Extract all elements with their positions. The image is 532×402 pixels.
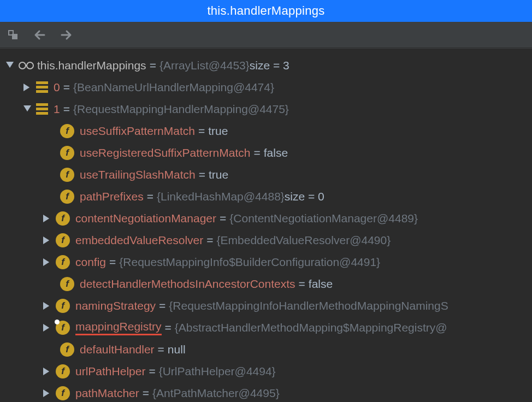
expand-toggle[interactable] [42,300,52,311]
field-key: mappingRegistry [75,320,162,335]
equals-sign: = [60,103,73,116]
field-icon [60,146,74,160]
expand-toggle[interactable] [42,257,52,268]
field-key: urlPathHelper [75,365,145,378]
expand-toggle[interactable] [4,60,15,71]
equals-sign: = [203,234,216,247]
field-useRegisteredSuffixPatternMatch[interactable]: useRegisteredSuffixPatternMatch = false [0,142,532,164]
watch-icon [19,60,34,71]
field-urlPathHelper[interactable]: urlPathHelper = {UrlPathHelper@4494} [0,360,532,382]
field-icon [56,233,70,247]
root-label: this.handlerMappings [37,59,146,72]
field-value: {RequestMappingInfoHandlerMethodMappingN… [169,299,448,312]
svg-point-3 [27,62,33,69]
field-icon [60,190,74,204]
field-icon [60,277,74,291]
expand-toggle[interactable] [42,388,52,399]
tree-root-row[interactable]: this.handlerMappings = {ArrayList@4453} … [0,55,532,76]
item-index: 0 [54,81,60,94]
field-value: {AntPathMatcher@4495} [152,387,280,400]
field-icon [56,255,70,269]
field-value: {RequestMappingInfo$BuilderConfiguration… [119,256,380,269]
field-pathMatcher[interactable]: pathMatcher = {AntPathMatcher@4495} [0,382,532,402]
root-extra: size = 3 [250,59,289,72]
array-element-icon [36,81,48,93]
field-value: {LinkedHashMap@4488} [157,190,285,203]
tree-row-item-1[interactable]: 1 = {RequestMappingHandlerMapping@4475} [0,98,532,120]
field-key: useTrailingSlashMatch [80,168,196,181]
field-useTrailingSlashMatch[interactable]: useTrailingSlashMatch = true [0,164,532,186]
variables-view-icon[interactable] [5,27,22,43]
equals-sign: = [139,387,152,400]
field-icon [56,299,70,313]
equals-sign: = [196,168,209,181]
tree-row-item-0[interactable]: 0 = {BeanNameUrlHandlerMapping@4474} [0,76,532,98]
back-button[interactable] [32,27,48,43]
equals-sign: = [250,146,263,159]
field-contentNegotiationManager[interactable]: contentNegotiationManager = {ContentNego… [0,208,532,229]
equals-sign: = [162,321,175,334]
field-icon [56,364,70,379]
equals-sign: = [146,59,159,72]
field-icon [60,124,74,138]
field-key: embeddedValueResolver [75,234,203,247]
svg-rect-1 [13,34,17,39]
field-key: pathMatcher [75,387,139,400]
field-value: false [309,277,333,291]
equals-sign: = [295,277,309,291]
equals-sign: = [155,343,168,356]
equals-sign: = [144,190,157,203]
expand-toggle[interactable] [42,366,52,377]
equals-sign: = [60,81,73,94]
field-icon [60,342,74,357]
field-config[interactable]: config = {RequestMappingInfo$BuilderConf… [0,251,532,273]
field-icon [60,168,74,182]
field-icon [56,211,70,226]
window-title: this.handlerMappings [0,0,532,22]
array-element-icon [36,103,48,115]
expand-toggle[interactable] [42,322,52,333]
equals-sign: = [216,212,229,225]
field-value: {AbstractHandlerMethodMapping$MappingReg… [175,321,447,334]
field-value: {UrlPathHelper@4494} [159,365,276,378]
field-embeddedValueResolver[interactable]: embeddedValueResolver = {EmbeddedValueRe… [0,229,532,251]
toolbar [0,22,532,48]
field-useSuffixPatternMatch[interactable]: useSuffixPatternMatch = true [0,120,532,142]
equals-sign: = [106,256,119,269]
field-key: useRegisteredSuffixPatternMatch [80,146,250,159]
field-key: detectHandlerMethodsInAncestorContexts [80,277,295,291]
expand-toggle[interactable] [42,235,52,246]
field-detectHandlerMethodsInAncestorContexts[interactable]: detectHandlerMethodsInAncestorContexts =… [0,273,532,295]
field-key: pathPrefixes [80,190,144,203]
item-value: {RequestMappingHandlerMapping@4475} [73,103,289,116]
field-pathPrefixes[interactable]: pathPrefixes = {LinkedHashMap@4488} size… [0,186,532,208]
field-namingStrategy[interactable]: namingStrategy = {RequestMappingInfoHand… [0,295,532,317]
field-value: null [168,343,186,356]
field-value: false [264,146,288,159]
root-value: {ArrayList@4453} [159,59,250,72]
field-key: contentNegotiationManager [75,212,216,225]
item-value: {BeanNameUrlHandlerMapping@4474} [73,81,274,94]
field-value: true [209,168,228,181]
field-extra: size = 0 [285,190,324,203]
forward-button[interactable] [58,27,74,43]
field-value: true [208,125,228,138]
field-icon [56,321,70,335]
field-value: {ContentNegotiationManager@4489} [229,212,418,225]
equals-sign: = [145,365,158,378]
expand-toggle[interactable] [42,213,52,224]
expand-toggle[interactable] [22,82,33,93]
field-icon [56,386,70,400]
field-key: config [75,256,106,269]
field-key: defaultHandler [80,343,155,356]
debug-tree: this.handlerMappings = {ArrayList@4453} … [0,48,532,402]
field-defaultHandler[interactable]: defaultHandler = null [0,339,532,360]
equals-sign: = [195,125,208,138]
expand-toggle[interactable] [22,104,33,115]
equals-sign: = [156,299,169,312]
field-mappingRegistry[interactable]: mappingRegistry = {AbstractHandlerMethod… [0,317,532,339]
svg-point-2 [19,62,26,69]
field-key: useSuffixPatternMatch [80,125,195,138]
item-index: 1 [54,103,60,116]
field-key: namingStrategy [75,299,156,312]
